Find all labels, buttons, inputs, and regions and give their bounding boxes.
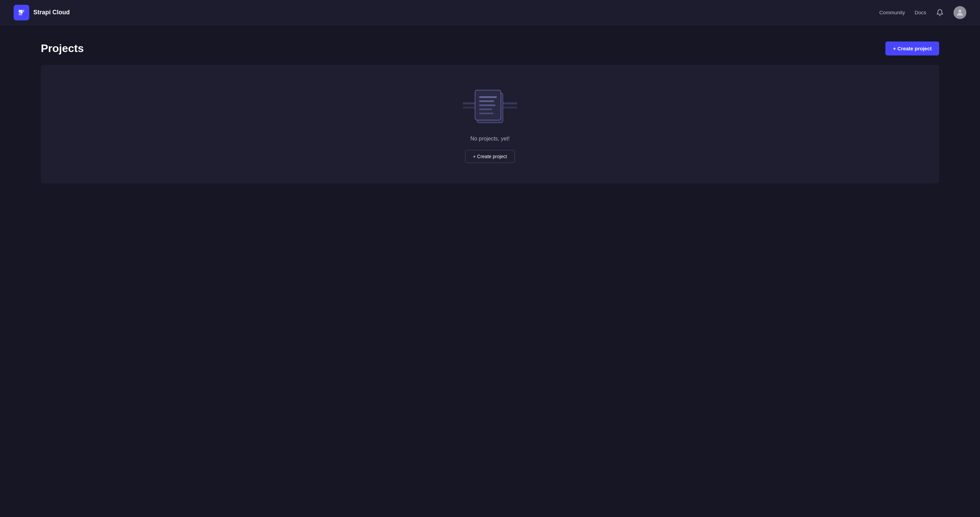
user-avatar[interactable]	[953, 6, 966, 19]
main-content: Projects + Create project	[0, 25, 980, 200]
svg-rect-15	[479, 113, 493, 114]
strapi-logo[interactable]	[14, 5, 29, 21]
empty-state-message: No projects, yet!	[470, 136, 510, 142]
svg-rect-4	[503, 106, 517, 108]
svg-rect-13	[479, 105, 495, 106]
navbar: Strapi Cloud Community Docs	[0, 0, 980, 25]
empty-state-card: No projects, yet! + Create project	[41, 65, 939, 183]
community-link[interactable]: Community	[879, 10, 905, 15]
page-header: Projects + Create project	[41, 41, 939, 56]
svg-point-0	[959, 10, 962, 13]
create-project-button-empty[interactable]: + Create project	[465, 150, 515, 163]
svg-rect-12	[479, 100, 494, 102]
create-project-button-top[interactable]: + Create project	[885, 41, 939, 56]
empty-illustration	[463, 86, 517, 126]
bell-icon[interactable]	[936, 8, 944, 17]
page-title: Projects	[41, 42, 84, 55]
svg-rect-11	[479, 96, 497, 98]
docs-link[interactable]: Docs	[915, 10, 926, 15]
svg-rect-14	[479, 108, 492, 110]
navbar-right: Community Docs	[879, 6, 966, 19]
navbar-left: Strapi Cloud	[14, 5, 70, 21]
brand-name: Strapi Cloud	[33, 9, 70, 16]
